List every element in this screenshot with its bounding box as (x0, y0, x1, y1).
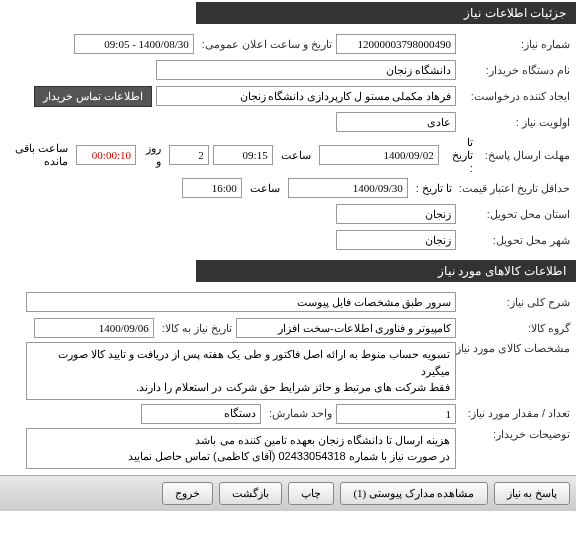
priority-field (336, 112, 456, 132)
province-field (336, 204, 456, 224)
min-valid-time-field (182, 178, 242, 198)
attachments-button[interactable]: مشاهده مدارک پیوستی (1) (340, 482, 487, 505)
buyer-label: نام دستگاه خریدار: (460, 64, 570, 77)
group-field (236, 318, 456, 338)
group-label: گروه کالا: (460, 322, 570, 335)
deadline-label: مهلت ارسال پاسخ: (481, 149, 570, 162)
qty-label: تعداد / مقدار مورد نیاز: (460, 407, 570, 420)
min-valid-label: حداقل تاریخ اعتبار قیمت: (460, 182, 570, 195)
requester-label: ایجاد کننده درخواست: (460, 90, 570, 103)
spec-field: تسویه حساب منوط به ارائه اصل فاکتور و طی… (26, 342, 456, 400)
desc-label: شرح کلی نیاز: (460, 296, 570, 309)
notes-field: هزینه ارسال تا دانشگاه زنجان بعهده تامین… (26, 428, 456, 469)
deadline-time-field (213, 145, 273, 165)
time-label-1: ساعت (277, 149, 315, 162)
days-left-field (169, 145, 209, 165)
buyer-field (156, 60, 456, 80)
need-no-label: شماره نیاز: (460, 38, 570, 51)
buyer-contact-button[interactable]: اطلاعات تماس خریدار (34, 86, 152, 107)
back-button[interactable]: بازگشت (219, 482, 282, 505)
section-header-goods-info: اطلاعات کالاهای مورد نیاز (196, 260, 576, 282)
deadline-date-field (319, 145, 439, 165)
city-label: شهر محل تحویل: (460, 234, 570, 247)
remaining-label: ساعت باقی مانده (6, 142, 72, 168)
city-field (336, 230, 456, 250)
public-announce-label: تاریخ و ساعت اعلان عمومی: (198, 38, 332, 51)
unit-field (141, 404, 261, 424)
need-date-field (34, 318, 154, 338)
time-label-2: ساعت (246, 182, 284, 195)
goods-info-block: شرح کلی نیاز: گروه کالا: تاریخ نیاز به ک… (0, 284, 576, 475)
desc-field (26, 292, 456, 312)
province-label: استان محل تحویل: (460, 208, 570, 221)
exit-button[interactable]: خروج (162, 482, 213, 505)
unit-label: واحد شمارش: (265, 407, 332, 420)
need-details-block: شماره نیاز: تاریخ و ساعت اعلان عمومی: نا… (0, 26, 576, 258)
section1-title: جزئیات اطلاعات نیاز (464, 6, 566, 20)
section-header-need-details: جزئیات اطلاعات نیاز (196, 2, 576, 24)
priority-label: اولویت نیاز : (460, 116, 570, 129)
print-button[interactable]: چاپ (288, 482, 334, 505)
to-date-label: تا تاریخ : (443, 136, 477, 174)
footer-toolbar: پاسخ به نیاز مشاهده مدارک پیوستی (1) چاپ… (0, 475, 576, 511)
notes-label: توضیحات خریدار: (460, 428, 570, 441)
requester-field (156, 86, 456, 106)
need-no-field (336, 34, 456, 54)
days-label: روز و (140, 142, 165, 168)
qty-field (336, 404, 456, 424)
public-announce-field (74, 34, 194, 54)
countdown-field (76, 145, 136, 165)
section2-title: اطلاعات کالاهای مورد نیاز (438, 264, 566, 278)
min-valid-date-field (288, 178, 408, 198)
spec-label: مشخصات کالای مورد نیاز: (460, 342, 570, 355)
need-date-label: تاریخ نیاز به کالا: (158, 322, 232, 335)
respond-button[interactable]: پاسخ به نیاز (494, 482, 571, 505)
to-date-label-2: تا تاریخ : (412, 182, 456, 195)
